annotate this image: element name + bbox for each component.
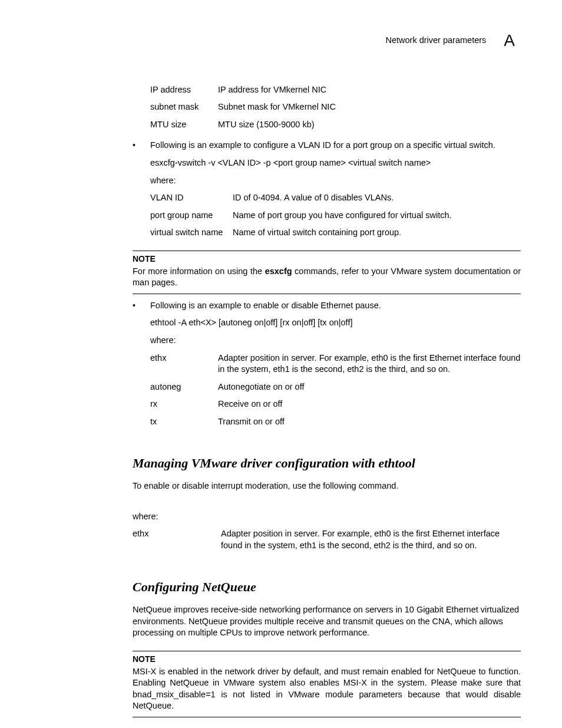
table-row: tx Transmit on or off	[150, 416, 521, 428]
table-row: VLAN ID ID of 0-4094. A value of 0 disab…	[150, 192, 521, 204]
where-label: where:	[150, 175, 521, 187]
definition-table-1: IP address IP address for VMkernel NIC s…	[150, 84, 521, 131]
note-bold: esxcfg	[265, 266, 292, 276]
command-line: esxcfg-vswitch -v <VLAN ID> -p <port gro…	[150, 157, 521, 169]
bullet-icon: •	[133, 140, 135, 151]
bullet-intro: Following is an example to enable or dis…	[150, 300, 521, 312]
term: subnet mask	[150, 101, 218, 113]
note-body: For more information on using the esxcfg…	[133, 266, 521, 289]
term: tx	[150, 416, 218, 428]
note-label: NOTE	[133, 654, 521, 665]
section-heading-netqueue: Configuring NetQueue	[133, 578, 521, 596]
desc: Autonegotiate on or off	[218, 381, 521, 393]
table-row: port group name Name of port group you h…	[150, 210, 521, 222]
divider	[133, 717, 521, 717]
command-line: ethtool -A eth<X> [autoneg on|off] [rx o…	[150, 317, 521, 329]
note-text-before: For more information on using the	[133, 266, 265, 276]
table-row: IP address IP address for VMkernel NIC	[150, 84, 521, 96]
note-label: NOTE	[133, 253, 521, 265]
note-1: NOTE For more information on using the e…	[133, 251, 521, 294]
desc: Name of virtual switch containing port g…	[233, 227, 521, 239]
header-title: Network driver parameters	[385, 35, 486, 47]
note-2: NOTE MSI-X is enabled in the network dri…	[133, 651, 521, 717]
table-row: autoneg Autonegotiate on or off	[150, 381, 521, 393]
term: IP address	[150, 84, 218, 96]
desc: Adapter position in server. For example,…	[221, 528, 521, 551]
term: autoneg	[150, 381, 218, 393]
table-row: subnet mask Subnet mask for VMkernel NIC	[150, 101, 521, 113]
where-label: where:	[150, 335, 521, 347]
divider	[133, 651, 521, 651]
page-header: Network driver parameters A	[41, 29, 521, 52]
table-row: virtual switch name Name of virtual swit…	[150, 227, 521, 239]
header-letter: A	[504, 29, 515, 52]
section-body: NetQueue improves receive-side networkin…	[133, 604, 521, 639]
divider	[133, 294, 521, 294]
desc: Transmit on or off	[218, 416, 521, 428]
section-text: NetQueue improves receive-side networkin…	[133, 604, 521, 639]
table-row: ethx Adapter position in server. For exa…	[133, 528, 521, 551]
desc: Receive on or off	[218, 398, 521, 410]
bullet-icon: •	[133, 300, 135, 311]
term: MTU size	[150, 119, 218, 131]
desc: Subnet mask for VMkernel NIC	[218, 101, 521, 113]
term: VLAN ID	[150, 192, 233, 204]
bullet-pause: • Following is an example to enable or d…	[133, 300, 521, 428]
desc: Name of port group you have configured f…	[233, 210, 521, 222]
desc: IP address for VMkernel NIC	[218, 84, 521, 96]
divider	[133, 251, 521, 251]
note-body: MSI-X is enabled in the network driver b…	[133, 666, 521, 712]
desc: Adapter position in server. For example,…	[218, 353, 521, 375]
term: virtual switch name	[150, 227, 233, 239]
section-intro: To enable or disable interrupt moderatio…	[133, 480, 521, 492]
desc: MTU size (1500-9000 kb)	[218, 119, 521, 131]
section-heading-ethtool: Managing VMware driver configuration wit…	[133, 454, 521, 472]
term: ethx	[150, 353, 218, 375]
table-row: rx Receive on or off	[150, 398, 521, 410]
table-row: ethx Adapter position in server. For exa…	[150, 353, 521, 375]
desc: ID of 0-4094. A value of 0 disables VLAN…	[233, 192, 521, 204]
page: Network driver parameters A IP address I…	[0, 0, 562, 728]
bullet-intro: Following is an example to configure a V…	[150, 140, 521, 151]
where-label: where:	[133, 511, 521, 523]
term: rx	[150, 398, 218, 410]
term: ethx	[133, 528, 221, 551]
bullet-vlan: • Following is an example to configure a…	[133, 140, 521, 238]
table-row: MTU size MTU size (1500-9000 kb)	[150, 119, 521, 131]
section-body: To enable or disable interrupt moderatio…	[133, 480, 521, 551]
term: port group name	[150, 210, 233, 222]
